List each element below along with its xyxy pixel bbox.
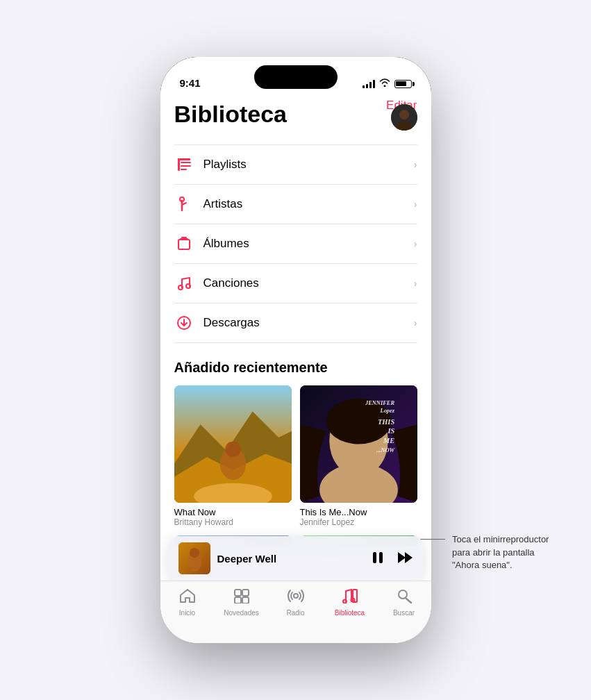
mini-track-info: Deeper Well: [217, 553, 370, 565]
recently-added-title: Añadido recientemente: [174, 360, 417, 376]
pause-button[interactable]: [370, 550, 385, 567]
battery-icon: [394, 80, 412, 88]
avatar[interactable]: [391, 104, 417, 131]
svg-rect-11: [178, 240, 190, 249]
svg-rect-4: [178, 158, 190, 160]
svg-point-1: [399, 110, 409, 119]
novedades-label: Novedades: [224, 609, 259, 617]
albumes-chevron: ›: [414, 238, 417, 249]
svg-text:IS: IS: [387, 427, 394, 435]
descargas-chevron: ›: [414, 317, 417, 328]
descargas-icon: [174, 313, 194, 333]
svg-text:...NOW: ...NOW: [376, 447, 395, 453]
descargas-label: Descargas: [203, 316, 414, 330]
svg-point-49: [294, 594, 298, 598]
biblioteca-label: Biblioteca: [335, 609, 365, 617]
artistas-icon: [174, 194, 194, 214]
buscar-label: Buscar: [393, 609, 415, 617]
tab-bar: Inicio Novedades: [160, 581, 431, 643]
biblioteca-icon: [342, 588, 358, 606]
menu-item-albumes[interactable]: Álbumes ›: [174, 224, 417, 264]
menu-item-descargas[interactable]: Descargas ›: [174, 303, 417, 343]
tab-inicio[interactable]: Inicio: [167, 588, 208, 617]
album-card-jennifer[interactable]: JENNIFER Lopez THIS IS ME ...NOW This Is…: [300, 385, 417, 527]
svg-rect-46: [242, 590, 249, 596]
forward-button[interactable]: [397, 550, 413, 567]
albumes-icon: [174, 234, 194, 253]
album-title-jennifer: This Is Me...Now: [300, 507, 417, 517]
canciones-icon: [174, 274, 194, 293]
playlists-icon: [174, 155, 194, 174]
tab-biblioteca[interactable]: Biblioteca: [329, 588, 371, 617]
svg-marker-43: [398, 552, 406, 563]
svg-text:JENNIFER: JENNIFER: [364, 399, 394, 406]
signal-bars-icon: [363, 80, 375, 88]
svg-point-23: [225, 442, 241, 458]
menu-item-artistas[interactable]: Artistas ›: [174, 185, 417, 224]
artistas-label: Artistas: [203, 197, 414, 211]
tab-buscar[interactable]: Buscar: [383, 588, 425, 617]
album-card-what-now[interactable]: What Now Brittany Howard: [174, 385, 292, 527]
tab-novedades[interactable]: Novedades: [221, 588, 263, 617]
svg-point-50: [343, 600, 347, 603]
svg-point-40: [190, 548, 199, 558]
canciones-label: Canciones: [203, 276, 414, 290]
svg-text:ME: ME: [383, 437, 394, 444]
mini-controls: [370, 550, 413, 567]
svg-point-15: [186, 284, 190, 288]
svg-text:THIS: THIS: [378, 418, 394, 426]
mini-track-title: Deeper Well: [217, 553, 370, 565]
svg-point-14: [178, 285, 183, 290]
inicio-label: Inicio: [179, 609, 195, 617]
status-icons: [363, 78, 412, 89]
canciones-chevron: ›: [414, 278, 417, 289]
album-title-what-now: What Now: [174, 507, 292, 517]
svg-line-54: [406, 599, 411, 603]
svg-point-53: [399, 590, 407, 599]
svg-rect-12: [180, 238, 188, 240]
svg-rect-42: [379, 552, 383, 563]
wifi-icon: [379, 78, 390, 89]
radio-icon: [288, 588, 304, 606]
mini-player[interactable]: Deeper Well: [169, 536, 423, 581]
screen: 9:41: [160, 57, 431, 643]
callout-text: Toca el minirreproductor para abrir la p…: [452, 533, 549, 572]
main-content: Biblioteca: [160, 94, 431, 546]
album-artist-jennifer: Jennifer Lopez: [300, 517, 417, 527]
svg-rect-41: [373, 552, 376, 563]
album-art-what-now: [174, 385, 292, 503]
status-time: 9:41: [180, 77, 201, 89]
svg-text:Lopez: Lopez: [379, 407, 394, 414]
menu-item-canciones[interactable]: Canciones ›: [174, 264, 417, 303]
buscar-icon: [396, 588, 413, 606]
album-artist-what-now: Brittany Howard: [174, 517, 292, 527]
menu-item-playlists[interactable]: Playlists ›: [174, 145, 417, 185]
callout-annotation: Toca el minirreproductor para abrir la p…: [410, 533, 549, 572]
svg-rect-45: [235, 590, 241, 596]
novedades-icon: [233, 588, 250, 606]
playlists-label: Playlists: [203, 158, 414, 172]
svg-marker-44: [405, 552, 413, 563]
svg-rect-48: [242, 597, 249, 603]
header: Biblioteca: [174, 101, 417, 131]
phone-frame: 9:41: [160, 57, 431, 643]
svg-rect-47: [235, 597, 241, 603]
playlists-chevron: ›: [414, 159, 417, 170]
scene: 9:41: [0, 0, 591, 700]
albumes-label: Álbumes: [203, 237, 414, 251]
artistas-chevron: ›: [414, 199, 417, 210]
mini-album-art: [178, 542, 210, 574]
album-art-jennifer: JENNIFER Lopez THIS IS ME ...NOW: [300, 385, 417, 503]
inicio-icon: [179, 588, 196, 606]
dynamic-island: [254, 65, 338, 89]
album-grid: What Now Brittany Howard: [174, 385, 417, 527]
svg-rect-13: [181, 237, 187, 238]
library-menu: Playlists › Artistas ›: [174, 144, 417, 343]
svg-point-9: [180, 197, 184, 201]
page-title: Biblioteca: [174, 101, 287, 127]
radio-label: Radio: [286, 609, 304, 617]
tab-radio[interactable]: Radio: [275, 588, 317, 617]
